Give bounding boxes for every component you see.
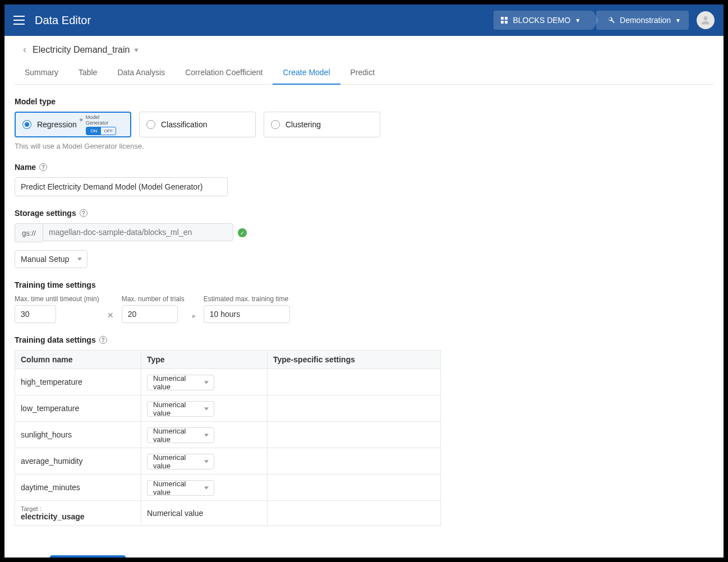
model-generator-block: ✳ Model Generator ON OFF <box>79 114 123 135</box>
table-row: sunlight_hoursNumerical value <box>15 422 441 448</box>
model-generator-toggle[interactable]: ON OFF <box>86 127 116 135</box>
trials-label: Max. number of trials <box>122 295 185 303</box>
radio-icon <box>146 120 155 129</box>
top-bar: Data Editor BLOCKS DEMO ▼ Demonstration … <box>4 4 724 36</box>
breadcrumb-project-label: BLOCKS DEMO <box>513 16 570 25</box>
type-select[interactable]: Numerical value <box>147 427 214 443</box>
type-select[interactable]: Numerical value <box>147 480 214 496</box>
tab-data-analysis[interactable]: Data Analysis <box>107 61 175 84</box>
wrench-icon <box>607 16 615 24</box>
breadcrumb-project[interactable]: BLOCKS DEMO ▼ <box>494 11 593 30</box>
toggle-off: OFF <box>101 127 116 135</box>
tab-summary[interactable]: Summary <box>15 61 68 84</box>
trials-input[interactable] <box>122 305 178 323</box>
table-row-target: Target : electricity_usage Numerical val… <box>15 501 441 526</box>
storage-input[interactable] <box>43 223 233 241</box>
setup-mode-select[interactable]: Manual Setup <box>15 250 87 268</box>
svg-rect-1 <box>505 17 508 20</box>
column-name-cell: daytime_minutes <box>15 475 141 501</box>
spark-icon: ✳ <box>79 117 84 123</box>
model-type-clustering-label: Clustering <box>285 120 373 129</box>
timeout-label: Max. time until timeout (min) <box>15 295 99 303</box>
svg-rect-2 <box>501 21 504 24</box>
menu-icon[interactable] <box>13 16 25 25</box>
chevron-down-icon: ▼ <box>675 17 681 24</box>
page-title-dropdown[interactable]: ▼ <box>133 47 139 53</box>
type-select[interactable]: Numerical value <box>147 454 214 469</box>
column-name-cell: sunlight_hours <box>15 422 141 448</box>
model-type-label: Model type <box>15 97 713 106</box>
tab-predict[interactable]: Predict <box>340 61 385 84</box>
model-type-clustering[interactable]: Clustering <box>264 112 380 137</box>
model-type-regression[interactable]: Regression ✳ Model Generator ON OFF <box>15 112 131 137</box>
grid-icon <box>500 16 508 24</box>
name-label: Name ? <box>15 163 713 172</box>
tab-table[interactable]: Table <box>68 61 107 84</box>
storage-label: Storage settings ? <box>15 209 713 218</box>
training-data-table: Column name Type Type-specific settings … <box>15 350 441 526</box>
table-row: low_temperatureNumerical value <box>15 395 441 422</box>
back-button[interactable]: ‹ <box>17 44 33 56</box>
multiply-icon: ✕ <box>106 311 115 323</box>
page-title: Electricity Demand_train <box>33 45 130 55</box>
storage-prefix: gs:// <box>15 223 43 242</box>
table-row: daytime_minutesNumerical value <box>15 475 441 501</box>
radio-icon <box>271 120 280 129</box>
column-name-cell: high_temperature <box>15 369 141 395</box>
timeout-input[interactable] <box>15 305 56 323</box>
tabs: Summary Table Data Analysis Correlation … <box>15 61 713 85</box>
model-type-classification[interactable]: Classification <box>139 112 256 137</box>
tab-correlation[interactable]: Correlation Coefficient <box>175 61 273 84</box>
training-data-label: Training data settings ? <box>15 335 713 344</box>
th-type: Type <box>141 351 268 369</box>
breadcrumb-demo-label: Demonstration <box>620 16 671 25</box>
breadcrumb-demo[interactable]: Demonstration ▼ <box>596 11 689 30</box>
radio-icon <box>22 120 31 129</box>
column-name-cell: low_temperature <box>15 395 141 422</box>
help-icon[interactable]: ? <box>80 209 87 217</box>
training-time-label: Training time settings <box>15 280 713 289</box>
toggle-on: ON <box>86 127 101 135</box>
avatar[interactable] <box>697 11 715 29</box>
svg-rect-0 <box>501 17 504 20</box>
target-type: Numerical value <box>141 501 268 526</box>
chevron-down-icon: ▼ <box>575 17 580 24</box>
model-type-regression-label: Regression <box>37 120 77 129</box>
th-specific: Type-specific settings <box>268 351 441 369</box>
model-generator-label: Model Generator <box>86 114 123 126</box>
target-value: electricity_usage <box>21 512 135 521</box>
svg-point-4 <box>704 16 708 20</box>
est-output <box>204 305 290 323</box>
target-label: Target : <box>21 505 135 512</box>
type-select[interactable]: Numerical value <box>147 401 214 417</box>
est-label: Estimated max. training time <box>204 295 290 303</box>
help-icon[interactable]: ? <box>99 336 107 344</box>
help-icon[interactable]: ? <box>39 163 47 171</box>
type-select[interactable]: Numerical value <box>147 375 214 390</box>
svg-rect-3 <box>505 21 508 24</box>
table-row: average_humidityNumerical value <box>15 448 441 475</box>
check-icon: ✓ <box>238 228 247 237</box>
breadcrumb: BLOCKS DEMO ▼ Demonstration ▼ <box>494 11 689 30</box>
arrow-right-icon: ▸ <box>191 312 197 323</box>
th-column-name: Column name <box>15 351 141 369</box>
column-name-cell: average_humidity <box>15 448 141 475</box>
tab-create-model[interactable]: Create Model <box>273 61 340 85</box>
model-type-hint: This will use a Model Generator license. <box>15 142 713 150</box>
create-model-button[interactable]: Create Model <box>50 555 125 558</box>
model-type-classification-label: Classification <box>161 120 248 129</box>
app-title: Data Editor <box>35 14 494 27</box>
table-row: high_temperatureNumerical value <box>15 369 441 395</box>
name-input[interactable] <box>15 177 228 196</box>
